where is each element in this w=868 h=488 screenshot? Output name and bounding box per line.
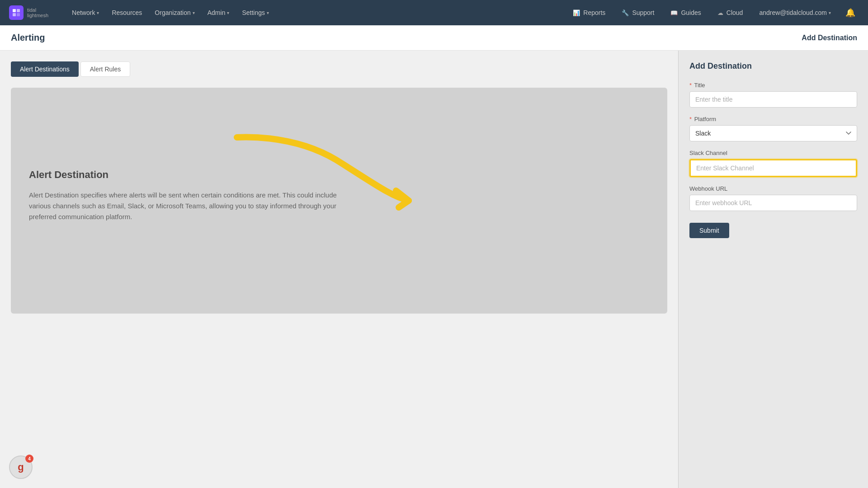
logo[interactable]: tidal lightmesh [9, 5, 48, 20]
nav-organization[interactable]: Organization ▾ [149, 6, 200, 19]
nav-guides[interactable]: 📖 Guides [665, 6, 706, 19]
page-header: Alerting Add Destination [0, 25, 868, 51]
svg-rect-2 [13, 13, 16, 16]
title-label: * Title [689, 82, 857, 89]
tab-alert-destinations[interactable]: Alert Destinations [11, 61, 79, 77]
content-description: Alert Destination specifies where alerts… [29, 190, 354, 222]
chevron-down-icon: ▾ [829, 10, 831, 15]
nav-cloud[interactable]: ☁ Cloud [712, 6, 749, 19]
logo-sub: lightmesh [27, 13, 48, 18]
nav-support[interactable]: 🔧 Support [616, 6, 660, 19]
form-group-slack-channel: Slack Channel [689, 150, 857, 177]
page-title: Alerting [11, 33, 45, 43]
svg-rect-1 [17, 9, 20, 12]
platform-select[interactable]: Slack Email Microsoft Teams [689, 125, 857, 141]
webhook-label: Webhook URL [689, 185, 857, 192]
nav-admin[interactable]: Admin ▾ [202, 6, 235, 19]
navbar: tidal lightmesh Network ▾ Resources Orga… [0, 0, 868, 25]
nav-right: 📊 Reports 🔧 Support 📖 Guides ☁ Cloud and… [567, 6, 859, 19]
avatar[interactable]: g 4 [9, 455, 33, 479]
platform-label: * Platform [689, 116, 857, 122]
slack-channel-label: Slack Channel [689, 150, 857, 156]
chevron-icon: ▾ [227, 10, 229, 15]
form-group-webhook: Webhook URL [689, 185, 857, 211]
chevron-icon: ▾ [97, 10, 99, 15]
nav-resources[interactable]: Resources [106, 6, 147, 19]
svg-rect-3 [17, 13, 20, 16]
form-group-title: * Title [689, 82, 857, 108]
webhook-input[interactable] [689, 195, 857, 211]
avatar-badge: 4 [25, 455, 33, 463]
panel-title: Add Destination [689, 61, 857, 71]
title-input[interactable] [689, 91, 857, 108]
avatar-letter: g [18, 461, 24, 473]
logo-name: tidal [27, 7, 48, 13]
tabs: Alert Destinations Alert Rules [11, 61, 667, 77]
submit-button[interactable]: Submit [689, 223, 729, 238]
slack-channel-input[interactable] [689, 159, 857, 177]
form-group-platform: * Platform Slack Email Microsoft Teams [689, 116, 857, 141]
notification-bell-icon[interactable]: 🔔 [842, 6, 859, 19]
content-heading: Alert Destination [29, 169, 649, 181]
svg-rect-0 [13, 9, 16, 12]
nav-items: Network ▾ Resources Organization ▾ Admin… [66, 6, 567, 19]
nav-user[interactable]: andrew@tidalcloud.com ▾ [754, 6, 836, 19]
chevron-icon: ▾ [193, 10, 195, 15]
nav-network[interactable]: Network ▾ [66, 6, 104, 19]
nav-settings[interactable]: Settings ▾ [236, 6, 274, 19]
tab-alert-rules[interactable]: Alert Rules [80, 61, 130, 77]
right-panel-header-title: Add Destination [802, 34, 857, 42]
chevron-icon: ▾ [267, 10, 269, 15]
logo-icon [9, 5, 24, 20]
content-panel: Alert Destination Alert Destination spec… [11, 88, 667, 314]
main-layout: Alert Destinations Alert Rules Alert Des… [0, 51, 868, 488]
nav-reports[interactable]: 📊 Reports [567, 6, 611, 19]
left-content: Alert Destinations Alert Rules Alert Des… [0, 51, 678, 488]
right-panel: Add Destination * Title * Platform Slack… [678, 51, 868, 488]
